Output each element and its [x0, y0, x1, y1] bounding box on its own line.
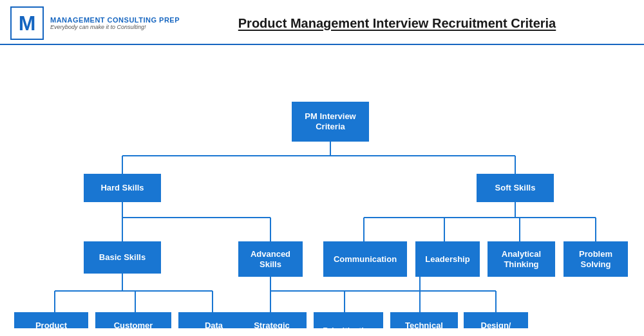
chart-area: PM InterviewCriteria Hard Skills Soft Sk…: [0, 45, 644, 328]
node-prioritization: Prioritization: [314, 312, 383, 328]
node-leadership: Leadership: [415, 241, 480, 277]
node-product-requirement: ProductRequirement: [14, 312, 88, 328]
node-advanced-skills: AdvancedSkills: [238, 241, 303, 277]
node-problem-solving: ProblemSolving: [564, 241, 628, 277]
brand-name: MANAGEMENT CONSULTING PREP: [50, 16, 180, 24]
node-soft-skills: Soft Skills: [477, 174, 554, 202]
node-technical-fluency: Technicalfluency: [390, 312, 458, 328]
node-root: PM InterviewCriteria: [292, 102, 369, 142]
node-design-ux: Design/UX sense: [464, 312, 528, 328]
node-customer-knowledge: CustomerKnowledge: [95, 312, 171, 328]
node-analytical-thinking: AnalyticalThinking: [488, 241, 555, 277]
page-title: Product Management Interview Recruitment…: [180, 16, 634, 31]
header: M MANAGEMENT CONSULTING PREP Everybody c…: [0, 0, 644, 45]
brand-text: MANAGEMENT CONSULTING PREP Everybody can…: [50, 16, 180, 30]
logo-box: M: [10, 6, 44, 40]
page-wrapper: M MANAGEMENT CONSULTING PREP Everybody c…: [0, 0, 644, 336]
node-strategic-thinking: StrategicThinking: [237, 312, 307, 328]
brand-tagline: Everybody can make it to Consulting!: [50, 24, 180, 30]
logo-letter: M: [19, 13, 36, 33]
node-basic-skills: Basic Skills: [84, 241, 161, 274]
node-hard-skills: Hard Skills: [84, 174, 161, 202]
node-communication: Communication: [323, 241, 407, 277]
